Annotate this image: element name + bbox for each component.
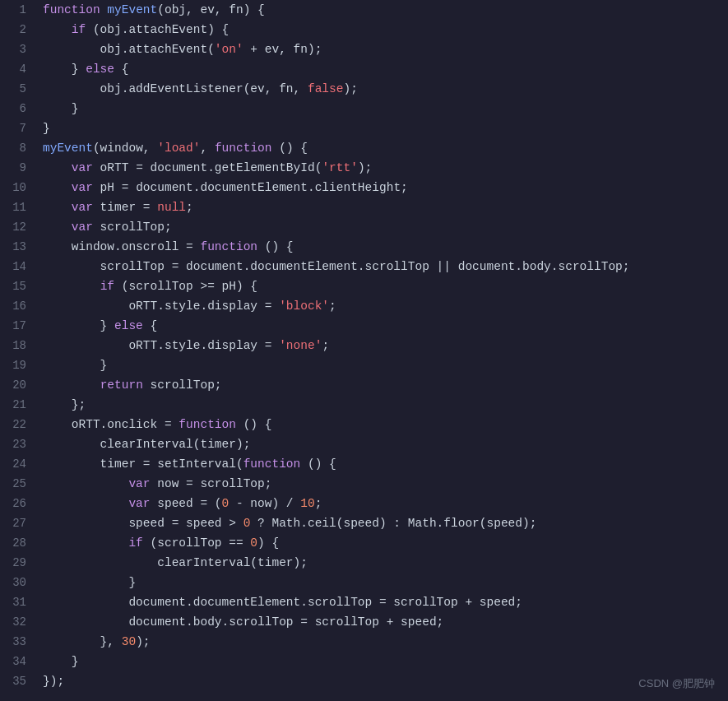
line-content: oRTT.onclick = function () {	[39, 415, 728, 434]
line-content: };	[39, 395, 728, 415]
line-content: }	[39, 355, 728, 375]
code-line: 33 }, 30);	[0, 632, 728, 652]
line-number: 16	[0, 296, 39, 316]
line-content: }	[39, 118, 728, 138]
line-number: 25	[0, 474, 39, 494]
line-content: }, 30);	[39, 632, 728, 652]
line-content: }	[39, 652, 728, 671]
line-number: 32	[0, 612, 39, 632]
line-content: }	[39, 573, 728, 592]
line-number: 1	[0, 0, 39, 20]
code-line: 19 }	[0, 355, 728, 375]
line-number: 7	[0, 118, 39, 138]
line-number: 24	[0, 454, 39, 474]
line-content: var scrollTop;	[39, 217, 728, 237]
line-number: 14	[0, 257, 39, 276]
line-number: 8	[0, 138, 39, 158]
line-content: if (scrollTop == 0) {	[39, 533, 728, 553]
line-content: });	[39, 671, 728, 691]
line-number: 29	[0, 553, 39, 573]
code-line: 25 var now = scrollTop;	[0, 474, 728, 494]
code-editor: 1function myEvent(obj, ev, fn) {2 if (ob…	[0, 0, 728, 701]
line-content: var speed = (0 - now) / 10;	[39, 494, 728, 513]
line-number: 5	[0, 79, 39, 99]
line-content: }	[39, 99, 728, 118]
code-line: 11 var timer = null;	[0, 197, 728, 217]
code-line: 27 speed = speed > 0 ? Math.ceil(speed) …	[0, 513, 728, 533]
line-content: } else {	[39, 316, 728, 336]
line-content: scrollTop = document.documentElement.scr…	[39, 257, 728, 276]
code-line: 5 obj.addEventListener(ev, fn, false);	[0, 79, 728, 99]
code-line: 21 };	[0, 395, 728, 415]
line-number: 30	[0, 573, 39, 592]
line-number: 18	[0, 336, 39, 355]
code-line: 26 var speed = (0 - now) / 10;	[0, 494, 728, 513]
line-content: obj.attachEvent('on' + ev, fn);	[39, 39, 728, 59]
code-line: 17 } else {	[0, 316, 728, 336]
line-content: var pH = document.documentElement.client…	[39, 178, 728, 197]
line-number: 15	[0, 276, 39, 296]
code-line: 15 if (scrollTop >= pH) {	[0, 276, 728, 296]
code-line: 12 var scrollTop;	[0, 217, 728, 237]
line-content: function myEvent(obj, ev, fn) {	[39, 0, 728, 20]
line-content: clearInterval(timer);	[39, 553, 728, 573]
code-line: 9 var oRTT = document.getElementById('rt…	[0, 158, 728, 178]
line-number: 28	[0, 533, 39, 553]
line-content: window.onscroll = function () {	[39, 237, 728, 257]
code-line: 20 return scrollTop;	[0, 375, 728, 395]
line-number: 17	[0, 316, 39, 336]
line-number: 35	[0, 671, 39, 691]
code-line: 14 scrollTop = document.documentElement.…	[0, 257, 728, 276]
line-content: timer = setInterval(function () {	[39, 454, 728, 474]
code-line: 4 } else {	[0, 59, 728, 79]
line-number: 12	[0, 217, 39, 237]
code-line: 16 oRTT.style.display = 'block';	[0, 296, 728, 316]
line-number: 2	[0, 20, 39, 39]
line-content: oRTT.style.display = 'block';	[39, 296, 728, 316]
code-line: 22 oRTT.onclick = function () {	[0, 415, 728, 434]
line-number: 20	[0, 375, 39, 395]
line-number: 19	[0, 355, 39, 375]
code-line: 3 obj.attachEvent('on' + ev, fn);	[0, 39, 728, 59]
code-line: 10 var pH = document.documentElement.cli…	[0, 178, 728, 197]
code-line: 23 clearInterval(timer);	[0, 434, 728, 454]
code-lines: 1function myEvent(obj, ev, fn) {2 if (ob…	[0, 0, 728, 691]
line-content: myEvent(window, 'load', function () {	[39, 138, 728, 158]
code-line: 28 if (scrollTop == 0) {	[0, 533, 728, 553]
line-content: oRTT.style.display = 'none';	[39, 336, 728, 355]
line-number: 27	[0, 513, 39, 533]
watermark: CSDN @肥肥钟	[638, 676, 715, 691]
code-line: 30 }	[0, 573, 728, 592]
line-content: var now = scrollTop;	[39, 474, 728, 494]
code-line: 24 timer = setInterval(function () {	[0, 454, 728, 474]
line-number: 10	[0, 178, 39, 197]
code-line: 1function myEvent(obj, ev, fn) {	[0, 0, 728, 20]
line-content: var timer = null;	[39, 197, 728, 217]
code-line: 29 clearInterval(timer);	[0, 553, 728, 573]
line-content: return scrollTop;	[39, 375, 728, 395]
code-line: 6 }	[0, 99, 728, 118]
line-number: 22	[0, 415, 39, 434]
line-content: document.documentElement.scrollTop = scr…	[39, 592, 728, 612]
code-line: 35});	[0, 671, 728, 691]
line-content: clearInterval(timer);	[39, 434, 728, 454]
line-number: 4	[0, 59, 39, 79]
line-number: 31	[0, 592, 39, 612]
line-content: } else {	[39, 59, 728, 79]
line-number: 13	[0, 237, 39, 257]
code-line: 13 window.onscroll = function () {	[0, 237, 728, 257]
line-number: 3	[0, 39, 39, 59]
line-number: 26	[0, 494, 39, 513]
line-content: var oRTT = document.getElementById('rtt'…	[39, 158, 728, 178]
line-content: speed = speed > 0 ? Math.ceil(speed) : M…	[39, 513, 728, 533]
line-content: document.body.scrollTop = scrollTop + sp…	[39, 612, 728, 632]
line-number: 23	[0, 434, 39, 454]
line-number: 6	[0, 99, 39, 118]
line-number: 34	[0, 652, 39, 671]
code-line: 18 oRTT.style.display = 'none';	[0, 336, 728, 355]
code-line: 32 document.body.scrollTop = scrollTop +…	[0, 612, 728, 632]
line-content: if (obj.attachEvent) {	[39, 20, 728, 39]
code-line: 7}	[0, 118, 728, 138]
line-content: obj.addEventListener(ev, fn, false);	[39, 79, 728, 99]
line-content: if (scrollTop >= pH) {	[39, 276, 728, 296]
